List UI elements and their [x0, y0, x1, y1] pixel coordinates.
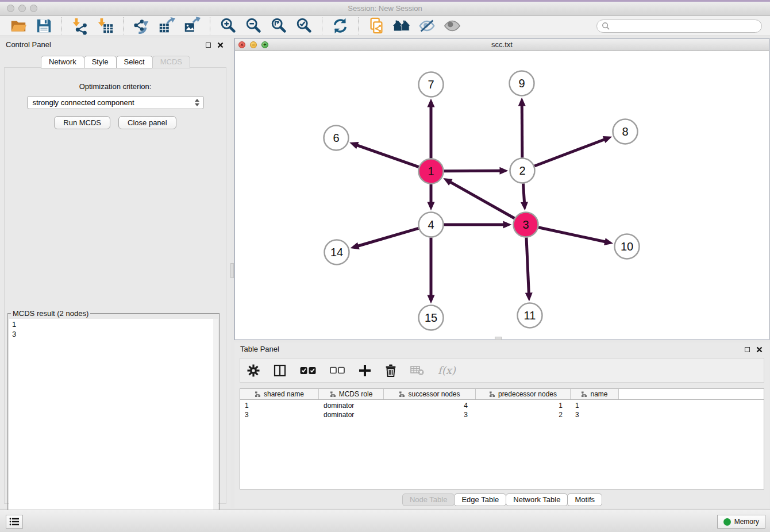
toolbar-separator: [358, 17, 359, 34]
mcds-result-text[interactable]: 1 3: [9, 319, 213, 529]
vertical-splitter-handle[interactable]: [230, 263, 234, 278]
import-table-icon[interactable]: [95, 16, 116, 36]
table-row[interactable]: 1dominator411: [240, 401, 764, 410]
graph-edge-arrowhead: [603, 136, 612, 143]
tab-network[interactable]: Network: [41, 56, 84, 68]
gear-icon[interactable]: [247, 363, 260, 378]
horizontal-splitter-handle[interactable]: [495, 337, 502, 340]
graph-edge-arrowhead: [518, 97, 526, 106]
first-neighbors-icon[interactable]: [366, 16, 387, 36]
add-icon[interactable]: [359, 363, 371, 378]
memory-button[interactable]: Memory: [717, 515, 765, 529]
graph-edge-1-2[interactable]: [444, 171, 501, 171]
zoom-fit-icon[interactable]: [268, 16, 289, 36]
graph-edge-3-1[interactable]: [449, 182, 515, 218]
table-tab-network-table[interactable]: Network Table: [506, 494, 568, 506]
function-icon[interactable]: f(x): [438, 363, 456, 378]
table-toolbar: f(x): [240, 358, 764, 383]
network-window-titlebar[interactable]: × − + scc.txt: [235, 38, 769, 51]
search-icon: [602, 22, 610, 30]
close-panel-button[interactable]: Close panel: [118, 116, 176, 129]
table-row[interactable]: 3dominator323: [240, 410, 764, 419]
export-network-icon[interactable]: [131, 16, 152, 36]
tab-mcds[interactable]: MCDS: [152, 56, 190, 68]
table-tab-motifs[interactable]: Motifs: [567, 494, 602, 506]
search-box[interactable]: [596, 20, 762, 33]
zoom-selected-icon[interactable]: [294, 16, 314, 36]
table-cell: 4: [384, 402, 476, 410]
close-panel-icon[interactable]: [217, 42, 224, 48]
column-pane-icon[interactable]: [274, 363, 286, 378]
run-mcds-button[interactable]: Run MCDS: [54, 116, 110, 129]
optimization-criterion-dropdown[interactable]: strongly connected component: [27, 96, 204, 109]
open-folder-icon[interactable]: [8, 16, 29, 36]
table-cell: dominator: [319, 402, 384, 410]
home-icon[interactable]: [391, 16, 412, 36]
table-tab-node-table[interactable]: Node Table: [402, 494, 455, 506]
table-body: 1dominator4113dominator323: [240, 401, 764, 419]
result-scrollbar[interactable]: [213, 319, 218, 529]
graph-edge-arrowhead: [521, 202, 528, 210]
graph-edge-2-8[interactable]: [534, 139, 606, 166]
control-panel: Control Panel NetworkStyleSelectMCDS Opt…: [0, 38, 230, 508]
tab-style[interactable]: Style: [84, 56, 117, 68]
tab-select[interactable]: Select: [116, 56, 153, 68]
graph-node-label: 10: [621, 240, 633, 253]
column-header-shared-name[interactable]: shared name: [240, 389, 319, 399]
graph-edge-4-14[interactable]: [357, 228, 418, 246]
control-panel-title: Control Panel: [6, 40, 51, 49]
graph-edge-arrowhead: [349, 142, 359, 149]
list-icon: [9, 517, 20, 526]
table-cell: 3: [571, 411, 619, 419]
table-cell: dominator: [319, 411, 384, 419]
graph-edge-3-10[interactable]: [538, 228, 606, 242]
search-input[interactable]: [613, 21, 757, 30]
table-cell: 1: [476, 402, 571, 410]
graph-edge-2-9[interactable]: [522, 104, 522, 157]
task-history-button[interactable]: [6, 515, 23, 529]
float-table-panel-icon[interactable]: [745, 347, 750, 352]
column-header-predecessor-nodes[interactable]: predecessor nodes: [476, 389, 571, 399]
dropdown-stepper-icon: [195, 99, 199, 106]
memory-status-icon: [723, 518, 731, 526]
hide-eye-icon[interactable]: [417, 16, 437, 36]
graph-edge-arrowhead: [428, 99, 435, 107]
graph-edge-2-3[interactable]: [523, 183, 524, 203]
toolbar-separator: [210, 17, 210, 34]
graph-node-label: 14: [330, 246, 343, 259]
graph-node-label: 8: [622, 125, 628, 138]
deselect-all-icon[interactable]: [330, 363, 345, 378]
select-all-icon[interactable]: [300, 363, 316, 378]
graph-edge-3-11[interactable]: [526, 237, 529, 294]
sort-hierarchy-icon: [330, 391, 336, 398]
float-panel-icon[interactable]: [206, 43, 211, 48]
import-network-icon[interactable]: [70, 16, 90, 36]
column-header-successor-nodes[interactable]: successor nodes: [384, 389, 476, 399]
table-panel-tabs: Node TableEdge TableNetwork TableMotifs: [234, 494, 769, 506]
toolbar-separator: [123, 17, 124, 34]
graph-node-label: 2: [519, 164, 525, 177]
graph-edge-1-6[interactable]: [356, 145, 418, 167]
export-image-icon[interactable]: [182, 16, 202, 36]
graph-node-label: 11: [524, 309, 536, 322]
show-eye-icon[interactable]: [442, 16, 463, 36]
column-header-MCDS-role[interactable]: MCDS role: [319, 389, 384, 399]
trash-icon[interactable]: [385, 363, 396, 378]
clear-table-icon[interactable]: [410, 363, 424, 378]
table-tab-edge-table[interactable]: Edge Table: [454, 494, 506, 506]
main-toolbar: [0, 16, 770, 36]
dropdown-value: strongly connected component: [33, 98, 134, 107]
export-table-icon[interactable]: [156, 16, 177, 36]
zoom-out-icon[interactable]: [243, 16, 264, 36]
node-table[interactable]: shared nameMCDS rolesuccessor nodesprede…: [240, 388, 764, 489]
graph-edge-arrowhead: [428, 295, 435, 304]
save-icon[interactable]: [33, 16, 54, 36]
close-table-panel-icon[interactable]: [756, 346, 763, 353]
graph-edge-arrowhead: [525, 292, 533, 301]
column-header-name[interactable]: name: [571, 389, 619, 399]
zoom-in-icon[interactable]: [218, 16, 238, 36]
graph-edge-arrowhead: [428, 202, 435, 211]
network-graph-canvas[interactable]: 7968124314101511: [235, 52, 769, 340]
table-cell: 1: [240, 402, 319, 410]
refresh-icon[interactable]: [330, 16, 351, 36]
